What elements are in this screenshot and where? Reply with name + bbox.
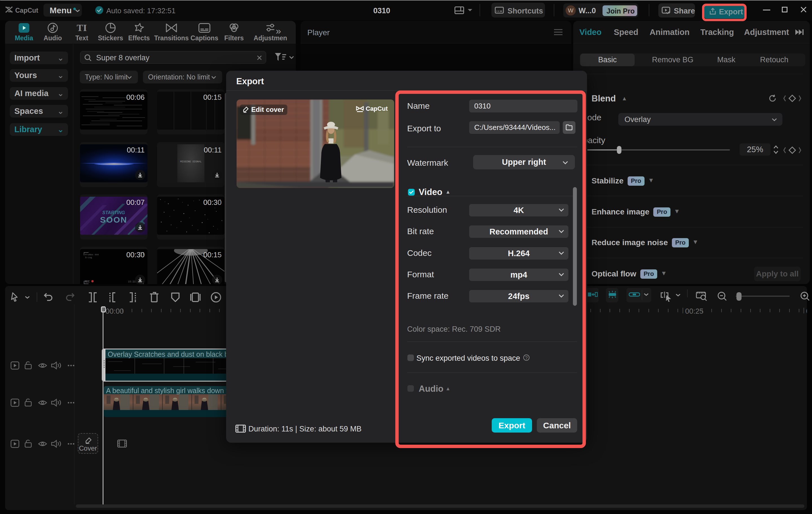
svg-text:0: 0 — [806, 307, 807, 314]
svg-text:00:25: 00:25 — [685, 307, 703, 314]
svg-text:REC: REC — [85, 280, 90, 283]
svg-text:00:00: 00:00 — [106, 307, 124, 314]
svg-text:ProRes 444: ProRes 444 — [85, 253, 99, 256]
svg-text:S-Log: S-Log — [85, 256, 92, 259]
